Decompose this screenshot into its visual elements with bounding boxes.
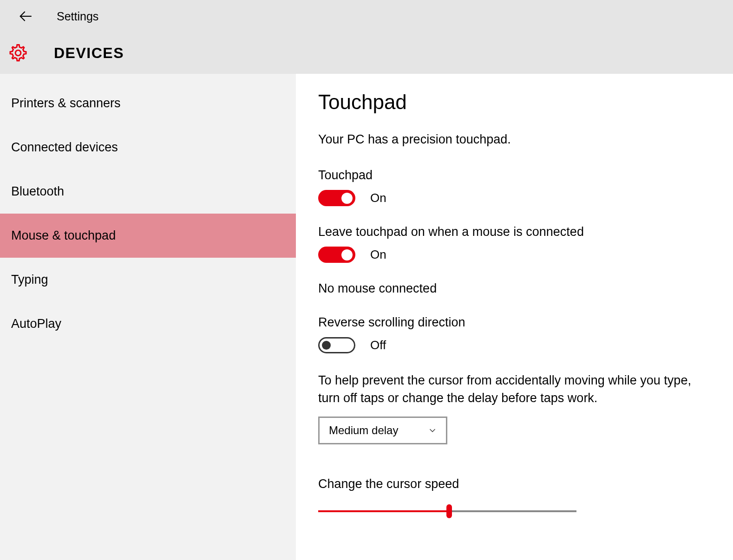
sidebar-item-label: Connected devices <box>11 140 118 155</box>
touchpad-toggle-label: Touchpad <box>318 168 733 182</box>
category-row: DEVICES <box>0 33 733 73</box>
slider-track-filled <box>318 510 448 512</box>
leave-on-toggle-state: On <box>370 247 386 262</box>
reverse-toggle[interactable] <box>318 337 355 353</box>
sidebar-item-mouse-touchpad[interactable]: Mouse & touchpad <box>0 214 296 258</box>
precision-text: Your PC has a precision touchpad. <box>318 132 733 147</box>
mouse-status: No mouse connected <box>318 281 733 296</box>
reverse-toggle-row: Off <box>318 337 733 353</box>
leave-on-toggle-row: On <box>318 247 733 263</box>
reverse-toggle-label: Reverse scrolling direction <box>318 315 733 330</box>
sidebar-item-label: Bluetooth <box>11 184 64 199</box>
toggle-knob <box>341 193 353 204</box>
title-row: Settings <box>0 0 733 33</box>
leave-on-toggle-label: Leave touchpad on when a mouse is connec… <box>318 225 733 239</box>
slider-thumb[interactable] <box>446 504 452 518</box>
cursor-speed-slider[interactable] <box>318 504 576 518</box>
sidebar: Printers & scanners Connected devices Bl… <box>0 74 296 560</box>
sidebar-item-printers[interactable]: Printers & scanners <box>0 81 296 125</box>
page-heading: Touchpad <box>318 91 733 114</box>
slider-track-empty <box>448 510 576 512</box>
sidebar-item-label: Printers & scanners <box>11 96 121 111</box>
sidebar-item-label: Mouse & touchpad <box>11 228 116 243</box>
sidebar-item-typing[interactable]: Typing <box>0 258 296 302</box>
touchpad-toggle-state: On <box>370 191 386 205</box>
arrow-left-icon <box>18 8 33 24</box>
header-bar: Settings DEVICES <box>0 0 733 74</box>
toggle-knob <box>322 341 331 350</box>
svg-point-1 <box>15 50 21 56</box>
sidebar-item-connected-devices[interactable]: Connected devices <box>0 125 296 169</box>
sidebar-item-label: AutoPlay <box>11 317 61 331</box>
back-button[interactable] <box>14 5 37 28</box>
toggle-knob <box>341 249 353 260</box>
sidebar-item-bluetooth[interactable]: Bluetooth <box>0 169 296 214</box>
sidebar-item-autoplay[interactable]: AutoPlay <box>0 302 296 346</box>
dropdown-selected: Medium delay <box>329 424 398 437</box>
taps-help-text: To help prevent the cursor from accident… <box>318 372 704 407</box>
app-title: Settings <box>57 10 98 23</box>
content-pane: Touchpad Your PC has a precision touchpa… <box>296 74 733 560</box>
leave-on-toggle[interactable] <box>318 247 355 263</box>
reverse-toggle-state: Off <box>370 338 386 352</box>
chevron-down-icon <box>427 425 438 436</box>
delay-dropdown[interactable]: Medium delay <box>318 417 447 444</box>
category-title: DEVICES <box>54 45 124 62</box>
sidebar-item-label: Typing <box>11 273 48 287</box>
cursor-speed-label: Change the cursor speed <box>318 477 733 491</box>
body-area: Printers & scanners Connected devices Bl… <box>0 74 733 560</box>
gear-icon <box>8 43 28 63</box>
touchpad-toggle-row: On <box>318 190 733 206</box>
touchpad-toggle[interactable] <box>318 190 355 206</box>
